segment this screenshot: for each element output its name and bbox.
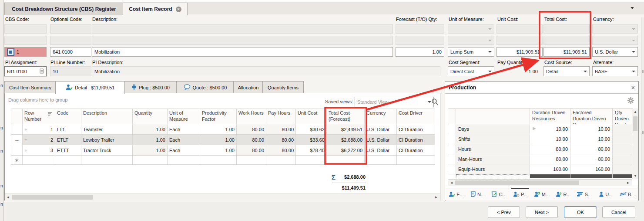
tab-cost[interactable]: C... [488,188,510,201]
document-lookup-icon[interactable] [40,68,44,75]
tab-cost-item-summary[interactable]: Cost Item Summary [4,81,56,94]
column-header-productivity-factor[interactable]: Productivity Factor [200,109,237,124]
cell-total-cost[interactable] [327,156,365,165]
production-row[interactable]: Hours 80.00 80.00 [448,144,633,154]
tab-allocation[interactable]: Allocation [233,81,263,94]
expand-icon[interactable]: + [24,147,27,153]
cell-pay-hours[interactable]: 80.00 [266,135,296,145]
cell-duration-driven[interactable]: 10.00 [530,124,570,134]
tab-close-icon[interactable]: × [176,7,181,12]
cell-total-cost[interactable]: $2,688.00 [327,135,365,145]
cell-duration-driven[interactable]: 160.00 [530,164,570,174]
cell-code[interactable] [55,156,81,165]
column-header-work-hours[interactable]: Work Hours [237,109,266,124]
column-header-quantity[interactable]: Quantity [133,109,168,124]
column-header-unit-cost[interactable]: Unit Cost [296,109,327,124]
cell-pay-hours[interactable] [266,156,296,165]
cell-work-hours[interactable]: 80.00 [237,135,266,145]
column-header-total-cost[interactable]: Total Cost (Forecast) [327,109,365,124]
cell-row-number[interactable]: +3 [23,145,55,156]
tab-employment[interactable]: E... [446,188,467,201]
scroll-up-icon[interactable]: ▲ [632,110,638,114]
column-header-code[interactable]: Code [55,109,81,124]
uom-combo[interactable]: Lump Sum [448,47,494,57]
expand-icon[interactable]: + [24,137,27,143]
production-row[interactable]: Man-Hours 80.00 80.00 [448,154,633,164]
cell-qty-driven[interactable] [613,134,633,144]
production-horizontal-scrollbar[interactable]: ◄ ► [448,179,632,186]
next-button[interactable]: Next > [526,206,558,218]
cell-cost-driver[interactable] [397,156,435,165]
cell-qty-driven[interactable] [613,144,633,154]
scrollbar-thumb[interactable] [12,195,93,200]
cell-quantity[interactable]: 1.00 [133,135,168,145]
production-row[interactable]: Equip-Hours 160.00 160.00 [448,164,633,174]
forecast-qty-field[interactable]: 1.00 [396,47,444,57]
tab-notes[interactable]: N... [467,188,488,201]
cancel-button[interactable]: Cancel [602,206,635,218]
cell-description[interactable]: Teamster [81,124,133,135]
prev-button[interactable]: < Prev [488,206,520,218]
cell-currency[interactable]: U.S. Dollar [365,135,397,145]
tab-utilization[interactable]: U... [595,188,617,201]
cell-quantity[interactable]: 1.00 [133,145,168,156]
ok-button[interactable]: OK [564,206,597,218]
cell-factored-duration[interactable]: 80.00 [570,144,613,154]
cell-factored-duration[interactable]: 10.00 [570,124,613,134]
cell-factored-duration[interactable]: 160.00 [570,164,613,174]
column-header-uom[interactable]: Unit of Measure [168,109,200,124]
scrollbar-thumb[interactable] [633,116,637,131]
cell-unit-cost[interactable] [296,156,327,165]
production-vertical-scrollbar[interactable]: ▲ ▼ [632,109,638,179]
cell-factored-duration[interactable]: 10.00 [570,134,613,144]
unit-cost-field[interactable]: $11,909.51 [496,47,543,57]
cell-cost-driver[interactable]: CI Duration [397,145,435,156]
cell-quantity[interactable] [133,156,168,165]
cell-cost-driver[interactable]: CI Duration [397,135,435,145]
tab-resources[interactable]: R... [553,188,574,201]
close-icon[interactable]: × [631,84,635,91]
column-header-factored-duration[interactable]: Factored Duration Driven Resources [570,108,613,124]
currency-combo[interactable]: U.S. Dollar [592,47,638,57]
tab-schedule[interactable]: S... [574,188,595,201]
tab-quote[interactable]: Quote : $500.00 [176,81,234,94]
cell-quantity[interactable]: 1.00 [133,124,168,135]
cell-cost-driver[interactable]: CI Duration [397,124,435,135]
cell-row-number[interactable]: +2 [23,135,55,145]
cell-work-hours[interactable] [237,156,266,165]
alternate-combo[interactable]: BASE [592,66,638,76]
new-row[interactable]: ∗ [11,156,435,165]
pi-description-field[interactable]: Mobilization [92,66,440,76]
cell-description[interactable]: Tractor Truck [81,145,133,156]
cell-duration-driven[interactable]: 10.00 [530,134,570,144]
cell-unit-cost[interactable]: $78.40 [296,145,327,156]
cost-source-combo[interactable]: Detail [543,66,590,76]
tab-plug[interactable]: Plug : $500.00 [124,81,177,94]
expand-icon[interactable]: + [24,126,27,133]
table-row-selected[interactable]: → +2 ETLT Lowboy Trailer 1.00 Each 1.00 … [11,135,435,145]
cell-productivity-factor[interactable]: 1.00 [200,145,237,156]
tab-manpower[interactable]: M... [531,188,552,201]
cell-productivity-factor[interactable] [200,156,237,165]
column-header-description[interactable]: Description [81,109,133,124]
scroll-left-icon[interactable]: ◄ [5,195,11,199]
tab-production[interactable]: P... [510,188,531,201]
scroll-left-icon[interactable]: ◄ [448,181,455,185]
description-field[interactable]: Mobilization [92,47,393,57]
cell-pay-hours[interactable]: 80.00 [266,145,296,156]
production-row[interactable]: Shifts 10.00 10.00 [448,134,633,144]
cell-uom[interactable]: Each [168,124,200,135]
cell-unit-cost[interactable]: $30.62 [296,124,327,135]
cell-total-cost[interactable]: $2,449.51 [327,124,365,135]
cell-uom[interactable]: Each [168,145,200,156]
cell-code[interactable]: LT1 [55,124,81,135]
column-header-pay-hours[interactable]: Pay Hours [266,109,296,124]
tab-quantity-items[interactable]: Quantity Items [262,81,304,94]
cell-work-hours[interactable]: 80.00 [237,124,266,135]
cell-uom[interactable] [168,156,200,165]
tab-cost-item-record[interactable]: Cost Item Record × [123,3,188,15]
cell-qty-driven[interactable] [613,124,633,134]
cell-duration-driven[interactable]: 80.00 [530,144,570,154]
cell-productivity-factor[interactable]: 1.00 [200,124,237,135]
tab-detail[interactable]: Detail : $11,909.51 [55,81,125,94]
